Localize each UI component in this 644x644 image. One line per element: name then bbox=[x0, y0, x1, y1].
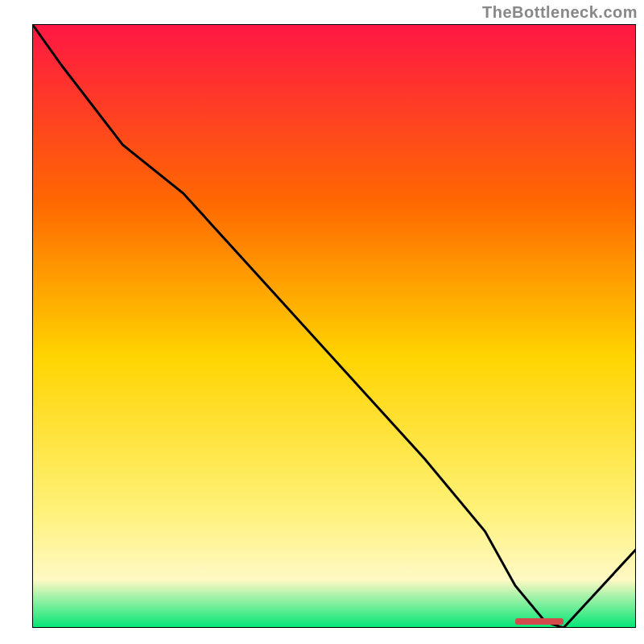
optimum-marker bbox=[515, 618, 564, 625]
chart-svg bbox=[32, 24, 636, 628]
gradient-background bbox=[32, 24, 636, 628]
attribution-text: TheBottleneck.com bbox=[482, 3, 638, 22]
bottleneck-chart bbox=[32, 24, 636, 628]
